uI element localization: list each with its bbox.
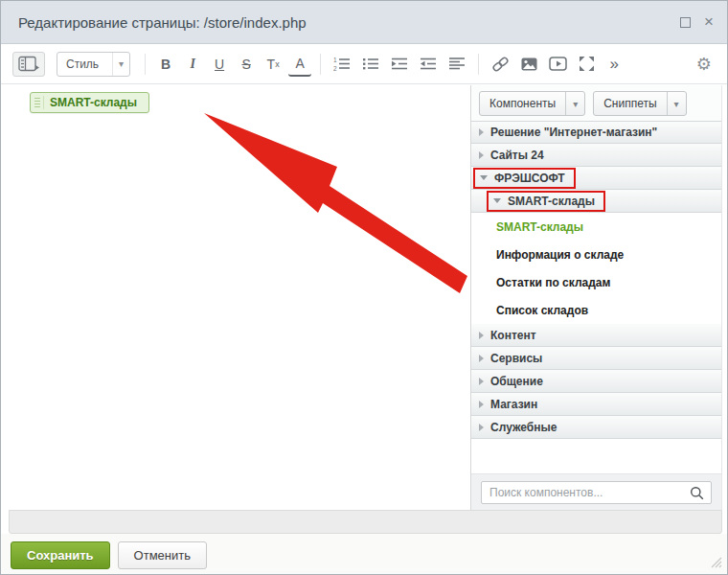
style-select[interactable]: Стиль ▾: [57, 52, 130, 77]
underline-button[interactable]: U: [208, 52, 231, 77]
chevron-down-icon[interactable]: ▾: [667, 92, 686, 115]
sidebar-item-internet-magazin[interactable]: Решение "Интернет-магазин": [471, 121, 721, 144]
tab-snippets[interactable]: Сниппеты ▾: [593, 91, 686, 116]
red-annotation-arrow: [1, 85, 470, 510]
sidebar-tabs: Компоненты ▾ Сниппеты ▾: [471, 85, 721, 121]
components-tree: Решение "Интернет-магазин" Сайты 24 ФРЭШ…: [471, 121, 721, 473]
maximize-icon[interactable]: [680, 17, 691, 28]
align-icon[interactable]: [444, 52, 469, 77]
sidebar-item-servisy[interactable]: Сервисы: [471, 347, 721, 370]
sidebar-item-freshsoft[interactable]: ФРЭШСОФТ: [471, 167, 721, 190]
component-item-spisok-skladov[interactable]: Список складов: [471, 296, 721, 324]
italic-button[interactable]: I: [181, 52, 204, 77]
chevron-down-icon: ▾: [112, 53, 129, 76]
sidebar-item-saity-24[interactable]: Сайты 24: [471, 144, 721, 167]
red-highlight-box: SMART-склады: [487, 191, 605, 212]
chevron-right-icon: [479, 424, 484, 431]
resize-grip-icon[interactable]: [710, 555, 722, 572]
bold-button[interactable]: B: [154, 52, 177, 77]
tab-components[interactable]: Компоненты ▾: [479, 91, 585, 116]
clear-format-button[interactable]: Tx: [262, 52, 284, 77]
sidebar-item-magazin[interactable]: Магазин: [471, 393, 721, 416]
chevron-right-icon: [479, 355, 484, 362]
ordered-list-icon[interactable]: 12: [330, 52, 354, 77]
chevron-right-icon: [479, 151, 484, 159]
svg-text:2: 2: [333, 65, 337, 72]
dialog-body: SMART-склады Компоненты ▾ Сниппеты ▾: [1, 85, 728, 510]
component-tag-label: SMART-склады: [50, 96, 137, 109]
strikethrough-button[interactable]: S: [235, 52, 258, 77]
chevron-down-icon[interactable]: ▾: [565, 92, 584, 115]
chevron-down-icon: [493, 198, 501, 203]
close-icon[interactable]: ×: [704, 15, 714, 29]
chevron-right-icon: [479, 128, 484, 136]
drag-grip-icon: [34, 96, 44, 109]
editor-bottom-strip: [9, 510, 722, 534]
toolbar-separator: [320, 54, 321, 75]
sidebar-item-obshchenie[interactable]: Общение: [471, 370, 721, 393]
text-color-button[interactable]: A: [288, 52, 311, 77]
component-item-ostatki-po-skladam[interactable]: Остатки по складам: [471, 268, 721, 296]
bullet-list-icon[interactable]: [358, 52, 383, 77]
chevron-right-icon: [479, 401, 484, 408]
chevron-down-icon: [480, 175, 488, 180]
component-item-smart-sklady[interactable]: SMART-склады: [471, 213, 721, 241]
component-tag-smart-sklady[interactable]: SMART-склады: [30, 92, 149, 113]
component-search-panel: [471, 473, 721, 510]
chevron-right-icon: [479, 378, 484, 385]
toolbar-separator: [145, 54, 146, 75]
gear-icon[interactable]: ⚙: [696, 54, 712, 75]
style-select-value: Стиль: [57, 58, 112, 71]
component-search-input[interactable]: [481, 481, 712, 504]
link-icon[interactable]: [488, 52, 513, 77]
video-icon[interactable]: [545, 52, 571, 77]
fullscreen-icon[interactable]: [575, 52, 599, 77]
sidebar-item-kontent[interactable]: Контент: [471, 324, 721, 347]
editor-toolbar: Стиль ▾ B I U S Tx A 12: [1, 44, 727, 84]
indent-icon[interactable]: [387, 52, 412, 77]
dialog-title: Редактирование страницы: /store/index.ph…: [18, 14, 667, 31]
save-button[interactable]: Сохранить: [11, 541, 110, 569]
edit-page-dialog: Редактирование страницы: /store/index.ph…: [0, 0, 728, 575]
red-highlight-box: ФРЭШСОФТ: [473, 168, 576, 189]
toolbar-separator: [478, 54, 479, 75]
sidebar-item-smart-sklady-group[interactable]: SMART-склады: [471, 190, 721, 213]
sidebar-item-sluzhebnye[interactable]: Служебные: [471, 416, 721, 439]
dialog-footer: Сохранить Отменить: [1, 534, 727, 575]
components-panel-toggle-icon[interactable]: [12, 52, 45, 77]
search-icon[interactable]: [690, 486, 704, 504]
outdent-icon[interactable]: [416, 52, 441, 77]
svg-text:1: 1: [333, 57, 337, 63]
components-sidebar: Компоненты ▾ Сниппеты ▾ Решение "Интерне…: [470, 85, 722, 510]
editor-canvas[interactable]: SMART-склады: [1, 85, 470, 510]
image-icon[interactable]: [517, 52, 541, 77]
dialog-titlebar[interactable]: Редактирование страницы: /store/index.ph…: [1, 1, 727, 44]
more-tools-button[interactable]: »: [603, 52, 626, 77]
cancel-button[interactable]: Отменить: [118, 541, 207, 569]
component-item-informaciya-o-sklade[interactable]: Информация о складе: [471, 241, 721, 268]
chevron-right-icon: [479, 332, 484, 339]
